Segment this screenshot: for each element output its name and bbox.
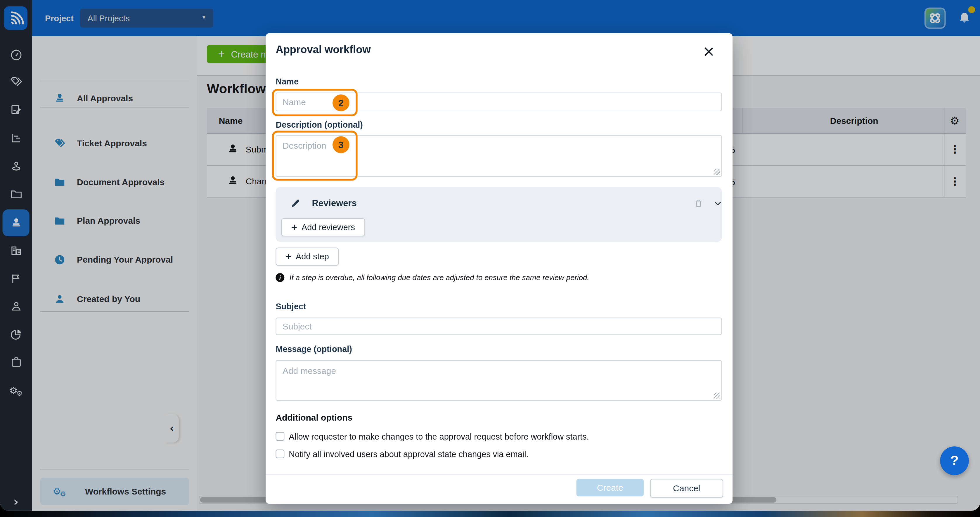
- modal-title: Approval workflow: [275, 44, 371, 56]
- plus-icon: +: [291, 222, 297, 233]
- plus-icon: +: [285, 251, 291, 262]
- add-step-button[interactable]: + Add step: [275, 248, 339, 266]
- name-label: Name: [275, 77, 299, 86]
- screen: Project All Projects ▾: [0, 0, 980, 517]
- app-window: Project All Projects ▾: [0, 0, 980, 511]
- checkbox-label: Allow requester to make changes to the a…: [289, 432, 589, 441]
- add-step-label: Add step: [296, 252, 329, 261]
- annotation-badge-2: 2: [332, 94, 350, 111]
- step-title: Reviewers: [312, 196, 356, 210]
- resize-handle[interactable]: [714, 169, 720, 175]
- message-label: Message (optional): [275, 344, 352, 354]
- pencil-icon: [289, 197, 302, 210]
- chevron-down-icon[interactable]: [711, 197, 724, 210]
- reviewers-step-card: Reviewers + Add reviewers: [275, 187, 722, 242]
- message-input[interactable]: [275, 360, 722, 401]
- add-reviewers-button[interactable]: + Add reviewers: [282, 218, 365, 236]
- help-button[interactable]: ?: [940, 446, 969, 475]
- close-icon[interactable]: ×: [700, 42, 718, 60]
- info-icon: i: [275, 273, 284, 282]
- annotation-badge-3: 3: [332, 137, 350, 153]
- info-note: If a step is overdue, all following due …: [289, 273, 589, 282]
- trash-icon[interactable]: [692, 197, 705, 210]
- create-button[interactable]: Create: [576, 479, 644, 496]
- add-reviewers-label: Add reviewers: [302, 223, 355, 232]
- cancel-button[interactable]: Cancel: [650, 479, 723, 498]
- approval-workflow-modal: Approval workflow × Name 2 Description (…: [266, 33, 732, 504]
- description-label: Description (optional): [275, 120, 363, 129]
- footer-divider: [266, 474, 732, 475]
- additional-options-heading: Additional options: [275, 413, 352, 423]
- checkbox-label: Notify all involved users about approval…: [289, 450, 528, 459]
- subject-input[interactable]: [275, 318, 722, 335]
- subject-label: Subject: [275, 302, 306, 311]
- resize-handle[interactable]: [714, 393, 720, 399]
- checkbox-allow-requester[interactable]: [275, 432, 284, 441]
- checkbox-notify-users[interactable]: [275, 450, 284, 458]
